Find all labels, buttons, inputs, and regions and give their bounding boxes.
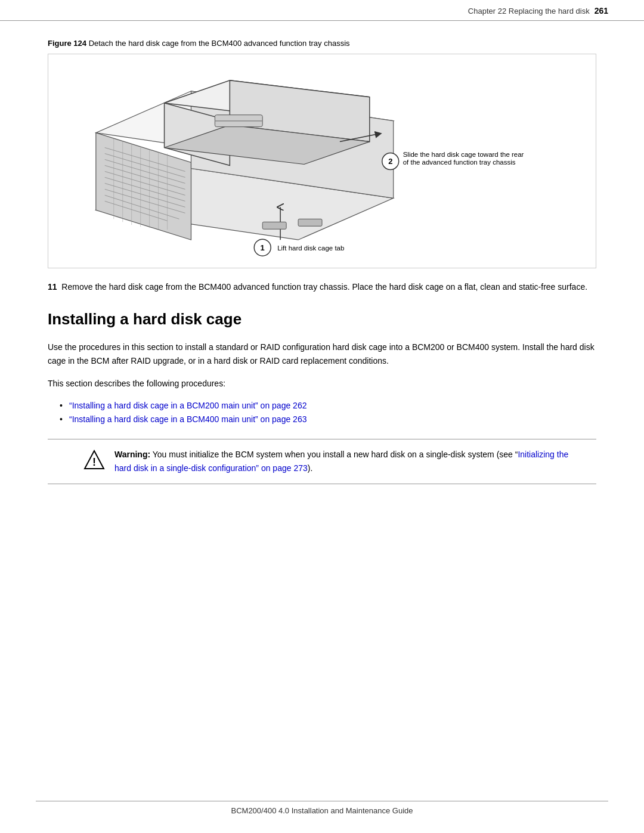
- svg-text:!: !: [92, 456, 96, 468]
- figure-label-text: Detach the hard disk cage from the BCM40…: [86, 39, 350, 48]
- page-number: 261: [595, 6, 608, 16]
- svg-text:Lift hard disk cage tab: Lift hard disk cage tab: [277, 244, 344, 252]
- footer-text: BCM200/400 4.0 Installation and Maintena…: [231, 806, 413, 815]
- svg-rect-37: [262, 222, 286, 229]
- section-para-2: This section describes the following pro…: [48, 377, 596, 391]
- hardware-diagram: 1 Lift hard disk cage tab 2 Slide the ha…: [48, 54, 596, 268]
- warning-icon: !: [83, 449, 105, 470]
- step-11-text: 11 Remove the hard disk cage from the BC…: [48, 280, 596, 293]
- warning-box: ! Warning: You must initialize the BCM s…: [48, 439, 596, 484]
- svg-text:2: 2: [388, 157, 392, 166]
- chapter-title: Chapter 22 Replacing the hard disk: [468, 7, 590, 16]
- figure-illustration: 1 Lift hard disk cage tab 2 Slide the ha…: [48, 54, 596, 268]
- list-item: “Installing a hard disk cage in a BCM200…: [60, 399, 596, 413]
- svg-rect-38: [298, 219, 322, 226]
- section-heading: Installing a hard disk cage: [48, 310, 596, 329]
- page: Chapter 22 Replacing the hard disk 261 F…: [0, 0, 644, 833]
- svg-text:Slide the hard disk cage towar: Slide the hard disk cage toward the rear: [403, 151, 524, 158]
- warning-text-before: You must initialize the BCM system when …: [153, 450, 518, 459]
- svg-text:1: 1: [261, 243, 265, 252]
- warning-content: Warning: You must initialize the BCM sys…: [114, 448, 584, 475]
- bullet-list: “Installing a hard disk cage in a BCM200…: [60, 399, 596, 428]
- figure-label-bold: Figure 124: [48, 39, 86, 48]
- page-header: Chapter 22 Replacing the hard disk 261: [0, 0, 644, 21]
- bcm200-link[interactable]: “Installing a hard disk cage in a BCM200…: [69, 401, 306, 410]
- warning-text-end: ).: [308, 463, 313, 473]
- svg-text:of the advanced function tray : of the advanced function tray chassis: [403, 159, 516, 166]
- main-content: Figure 124 Detach the hard disk cage fro…: [0, 21, 644, 508]
- step-11-body: Remove the hard disk cage from the BCM40…: [61, 282, 587, 292]
- page-footer: BCM200/400 4.0 Installation and Maintena…: [36, 801, 608, 815]
- list-item: “Installing a hard disk cage in a BCM400…: [60, 413, 596, 427]
- section-para-1: Use the procedures in this section to in…: [48, 340, 596, 368]
- bcm400-link[interactable]: “Installing a hard disk cage in a BCM400…: [69, 414, 306, 424]
- step-number: 11: [48, 282, 57, 292]
- figure-label: Figure 124 Detach the hard disk cage fro…: [48, 39, 596, 48]
- warning-label: Warning:: [114, 450, 150, 459]
